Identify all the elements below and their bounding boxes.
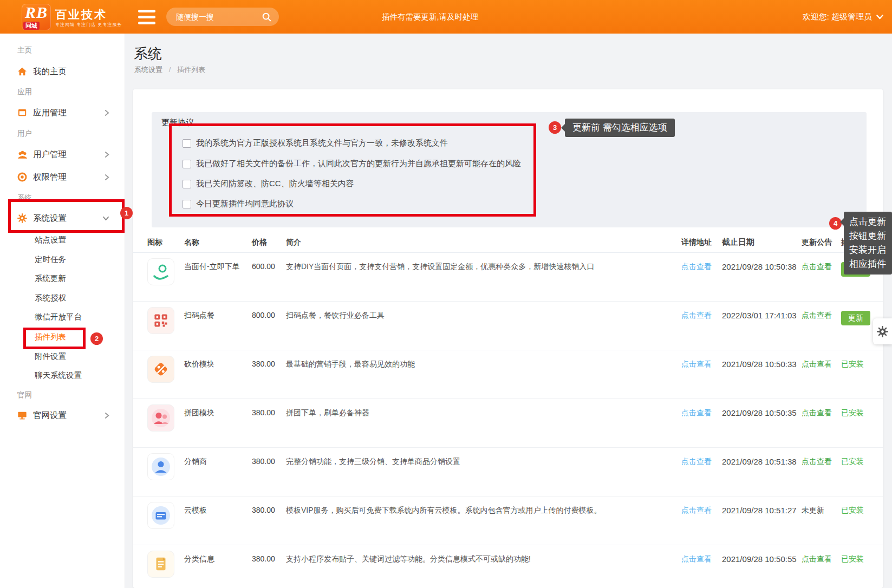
annotation-tooltip-4: 点击更新按钮更新安装开启相应插件 — [844, 212, 892, 275]
settings-fab[interactable] — [873, 318, 892, 344]
table-row: 当面付-立即下单600.00支持DIY当面付页面，支持支付营销，支持设置固定金额… — [133, 253, 883, 302]
annotation-tooltip-3: 更新前 需勾选相应选项 — [565, 119, 675, 137]
chevron-right-icon — [105, 174, 109, 181]
annotation-box-system-settings — [8, 199, 125, 233]
sidebar-item[interactable]: 官网设置 — [0, 408, 125, 422]
installed-status: 已安装 — [841, 360, 864, 368]
home-icon — [17, 66, 28, 77]
update-notice: 插件有需要更新,请及时处理 — [382, 0, 478, 34]
table-header-name: 名称 — [184, 238, 252, 247]
detail-link[interactable]: 点击查看 — [681, 360, 712, 368]
plugin-name: 当面付-立即下单 — [184, 253, 252, 272]
sidebar-section-label: 主页 — [0, 43, 125, 57]
announcement-status: 未更新 — [802, 506, 824, 514]
plugin-name: 云模板 — [184, 496, 252, 515]
plugin-name: 分类信息 — [184, 545, 252, 564]
sidebar-item-label: 用户管理 — [33, 149, 67, 160]
hamburger-menu-icon[interactable] — [138, 10, 155, 24]
sidebar-subitem[interactable]: 聊天系统设置 — [0, 368, 125, 382]
pay-hand-icon — [147, 258, 174, 285]
plugin-price: 600.00 — [252, 253, 286, 271]
distributor-icon — [147, 453, 174, 480]
deadline-value: 2022/03/01 17:41:03 — [722, 302, 802, 320]
detail-link[interactable]: 点击查看 — [681, 408, 712, 417]
plugin-price: 380.00 — [252, 399, 286, 417]
annotation-box-plugin-list — [23, 328, 86, 349]
annotation-box-agreement — [169, 123, 536, 217]
detail-link[interactable]: 点击查看 — [681, 262, 712, 271]
table-row: 扫码点餐800.00扫码点餐，餐饮行业必备工具点击查看2022/03/01 17… — [133, 302, 883, 350]
installed-status: 已安装 — [841, 457, 864, 466]
sidebar-section-label: 官网 — [0, 388, 125, 402]
plugin-description: 拼团下单，刷单必备神器 — [286, 399, 681, 418]
table-header-desc: 简介 — [286, 238, 681, 247]
tooltip-line: 安装开启 — [849, 243, 892, 257]
sidebar-subitem[interactable]: 站点设置 — [0, 233, 125, 247]
table-header-icon: 图标 — [147, 238, 184, 247]
announcement-link[interactable]: 点击查看 — [802, 457, 832, 466]
tooltip-line: 按钮更新 — [849, 229, 892, 243]
plugin-price: 380.00 — [252, 350, 286, 368]
detail-link[interactable]: 点击查看 — [681, 554, 712, 563]
plugin-price: 380.00 — [252, 545, 286, 563]
page-title: 系统 — [134, 44, 162, 63]
announcement-link[interactable]: 点击查看 — [802, 408, 832, 417]
plugin-name: 分销商 — [184, 448, 252, 467]
announcement-link[interactable]: 点击查看 — [802, 360, 832, 368]
bargain-tag-icon — [147, 356, 174, 383]
table-body: 当面付-立即下单600.00支持DIY当面付页面，支持支付营销，支持设置固定金额… — [133, 253, 883, 588]
installed-status: 已安装 — [841, 408, 864, 417]
plugin-name: 扫码点餐 — [184, 302, 252, 321]
deadline-value: 2021/09/28 10:51:27 — [722, 496, 802, 515]
sidebar: 主页 我的主页 应用 应用管理 用户 用户管理 权限管理 — [0, 34, 125, 588]
monitor-icon — [17, 410, 28, 421]
table-header-row: 图标名称价格简介详情地址截止日期更新公告操作 — [133, 229, 883, 253]
plugin-name: 砍价模块 — [184, 350, 252, 369]
gear-icon — [877, 326, 888, 337]
app-icon — [17, 107, 28, 118]
detail-link[interactable]: 点击查看 — [681, 457, 712, 466]
sidebar-item[interactable]: 我的主页 — [0, 64, 125, 79]
sidebar-subitem[interactable]: 附件设置 — [0, 349, 125, 363]
breadcrumb: 系统设置 / 插件列表 — [134, 65, 205, 75]
user-menu[interactable]: 欢迎您: 超级管理员 — [803, 0, 883, 34]
sidebar-subitem[interactable]: 微信开放平台 — [0, 310, 125, 324]
permission-icon — [17, 172, 28, 182]
plugin-description: 最基础的营销手段，最容易见效的功能 — [286, 350, 681, 369]
detail-link[interactable]: 点击查看 — [681, 311, 712, 319]
plugin-name: 拼团模块 — [184, 399, 252, 418]
deadline-value: 2021/09/28 10:50:33 — [722, 350, 802, 369]
sidebar-item[interactable]: 应用管理 — [0, 106, 125, 120]
sidebar-section-label: 用户 — [0, 127, 125, 141]
sidebar-item-label: 我的主页 — [33, 66, 67, 77]
brand-tagline: 专注网城 专注门店 更专注服务 — [55, 22, 122, 28]
update-button[interactable]: 更新 — [841, 311, 870, 325]
search-box[interactable] — [166, 8, 279, 26]
annotation-step-1: 1 — [120, 207, 133, 219]
search-icon[interactable] — [262, 12, 271, 22]
sidebar-item[interactable]: 用户管理 — [0, 147, 125, 161]
breadcrumb-separator: / — [169, 66, 171, 74]
sidebar-item-label: 权限管理 — [33, 172, 67, 183]
table-header-price: 价格 — [252, 238, 286, 247]
deadline-value: 2021/09/28 10:51:38 — [722, 448, 802, 466]
plugin-price: 800.00 — [252, 302, 286, 319]
plugin-price: 380.00 — [252, 496, 286, 514]
topbar: RB 同城 百业技术 专注网城 专注门店 更专注服务 插件有需要更新,请及时处理… — [0, 0, 892, 34]
sidebar-subitem[interactable]: 定时任务 — [0, 252, 125, 266]
sidebar-subitem[interactable]: 系统授权 — [0, 291, 125, 305]
breadcrumb-item-plugin-list: 插件列表 — [177, 66, 205, 74]
breadcrumb-item-system-settings[interactable]: 系统设置 — [134, 66, 162, 74]
sidebar-subitem[interactable]: 系统更新 — [0, 271, 125, 285]
logo-badge: 同城 — [23, 22, 40, 30]
qr-code-icon — [147, 307, 174, 334]
chevron-right-icon — [105, 109, 109, 116]
sidebar-item[interactable]: 权限管理 — [0, 170, 125, 184]
deadline-value: 2021/09/28 10:50:38 — [722, 253, 802, 271]
announcement-link[interactable]: 点击查看 — [802, 554, 832, 563]
search-input[interactable] — [176, 12, 262, 21]
announcement-link[interactable]: 点击查看 — [802, 311, 832, 319]
users-icon — [17, 149, 28, 160]
announcement-link[interactable]: 点击查看 — [802, 262, 832, 271]
detail-link[interactable]: 点击查看 — [681, 506, 712, 514]
